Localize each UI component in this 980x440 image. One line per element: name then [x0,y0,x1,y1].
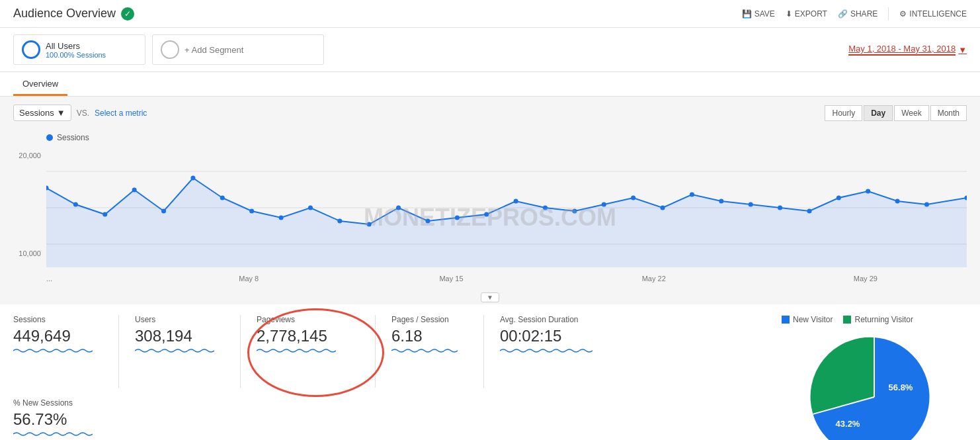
y-label-mid: 10,000 [19,249,41,257]
collapse-button[interactable]: ▼ [481,292,499,302]
date-range-chevron: ▼ [958,45,967,55]
time-btn-week[interactable]: Week [894,105,928,121]
metric-users-label: Users [135,315,224,324]
chart-area-fill [46,178,967,267]
divider [888,7,889,21]
date-range-picker[interactable]: May 1, 2018 - May 31, 2018 ▼ [848,44,967,56]
chart-dot [337,219,342,224]
intelligence-label: INTELLIGENCE [909,9,967,19]
x-label-start: ... [46,275,52,283]
chart-dot [102,212,107,217]
time-buttons: Hourly Day Week Month [825,105,967,121]
x-label-may15: May 15 [439,275,463,283]
x-axis: ... May 8 May 15 May 22 May 29 [46,275,967,289]
metric-pageviews-label: Pageviews [257,315,359,324]
users-sparkline [135,348,214,353]
chart-dot [308,206,313,210]
returning-visitor-legend: Returning Visitor [843,315,913,324]
y-axis: 20,000 10,000 [13,152,44,257]
x-label-may22: May 22 [642,275,666,283]
chart-dot [631,196,635,200]
chart-dot [220,196,225,200]
metric-avg-session-label: Avg. Session Duration [500,315,603,324]
chart-svg [46,145,967,267]
top-bar-actions: 💾 SAVE ⬇ EXPORT 🔗 SHARE ⚙ INTELLIGENCE [742,7,967,21]
segment-name: All Users [46,41,106,51]
chart-dot [572,209,577,214]
avg-session-sparkline [500,348,592,353]
chart-controls: Sessions ▼ VS. Select a metric Hourly Da… [13,105,967,121]
metric-pages-session-value: 6.18 [391,327,468,345]
chart-dot [484,212,489,217]
new-visitor-legend: New Visitor [782,315,833,324]
chart-dot [837,196,841,200]
segment-info: All Users 100.00% Sessions [46,41,106,59]
pageviews-sparkline [257,348,336,353]
chart-canvas: MONETIZEPROS.COM 20,000 10,000 [13,145,967,290]
export-label: EXPORT [795,9,827,19]
sessions-legend: Sessions [13,129,967,145]
chart-dot [396,206,401,210]
pie-legend: New Visitor Returning Visitor [782,315,913,324]
metric-pages-session-label: Pages / Session [391,315,468,324]
chart-dot [514,199,518,204]
all-users-segment[interactable]: All Users 100.00% Sessions [13,34,145,65]
metric-sessions-label: Sessions [13,315,102,324]
metric-selector: Sessions ▼ VS. Select a metric [13,105,147,121]
segment-circle [22,40,40,59]
save-button[interactable]: 💾 SAVE [742,9,775,19]
pie-chart-svg: 56.8% 43.2% [808,331,940,440]
time-btn-month[interactable]: Month [930,105,967,121]
pie-chart-section: New Visitor Returning Visitor 56.8% 43.2… [782,315,967,440]
share-button[interactable]: 🔗 SHARE [838,9,878,19]
tab-overview[interactable]: Overview [13,72,67,96]
intelligence-button[interactable]: ⚙ INTELLIGENCE [899,9,967,19]
share-label: SHARE [850,9,878,19]
segments-bar: All Users 100.00% Sessions + Add Segment… [0,28,980,72]
page-title: Audience Overview ✓ [13,7,134,21]
chart-dot [749,202,753,207]
time-btn-day[interactable]: Day [864,105,893,121]
new-visitor-legend-label: New Visitor [793,315,833,324]
chart-dot [73,202,78,207]
new-sessions-sparkline [13,431,93,437]
chart-dot [543,206,548,210]
metric-sessions: Sessions 449,649 [13,315,119,388]
export-icon: ⬇ [786,9,792,19]
vs-text: VS. [77,109,89,118]
metric-label: Sessions [19,108,54,118]
returning-visitor-legend-color [843,316,851,324]
chart-dot [249,209,254,214]
new-visitor-pct-label: 56.8% [889,382,913,392]
new-sessions-value: 56.73% [13,410,782,429]
chart-dot [132,188,137,193]
new-sessions-label: % New Sessions [13,398,782,408]
chart-dot [719,199,723,204]
metric-pageviews-value: 2,778,145 [257,327,359,345]
chart-dot [190,176,195,181]
chart-dot [690,193,694,197]
add-segment-button[interactable]: + Add Segment [152,34,324,65]
chart-dot [161,209,166,214]
metric-pageviews: Pageviews 2,778,145 [257,315,376,388]
bottom-section: Sessions 449,649 Users 308,194 Pageviews… [0,304,980,440]
x-label-may8: May 8 [239,275,259,283]
dropdown-arrow: ▼ [57,108,65,118]
new-visitor-legend-color [782,316,790,324]
metric-users: Users 308,194 [135,315,241,388]
date-range-text: May 1, 2018 - May 31, 2018 [848,44,956,56]
chart-collapse-area: ▼ [13,290,967,304]
select-metric-link[interactable]: Select a metric [95,109,147,118]
tabs-bar: Overview [0,72,980,97]
metric-avg-session-value: 00:02:15 [500,327,603,345]
export-button[interactable]: ⬇ EXPORT [786,9,827,19]
metrics-container: Sessions 449,649 Users 308,194 Pageviews… [13,315,782,440]
metric-dropdown[interactable]: Sessions ▼ [13,105,71,121]
x-label-may29: May 29 [854,275,878,283]
time-btn-hourly[interactable]: Hourly [825,105,862,121]
chart-dot [807,209,811,214]
intelligence-icon: ⚙ [899,9,907,19]
chart-dot [895,199,900,204]
chart-dot [455,216,460,220]
y-label-top: 20,000 [19,152,41,159]
